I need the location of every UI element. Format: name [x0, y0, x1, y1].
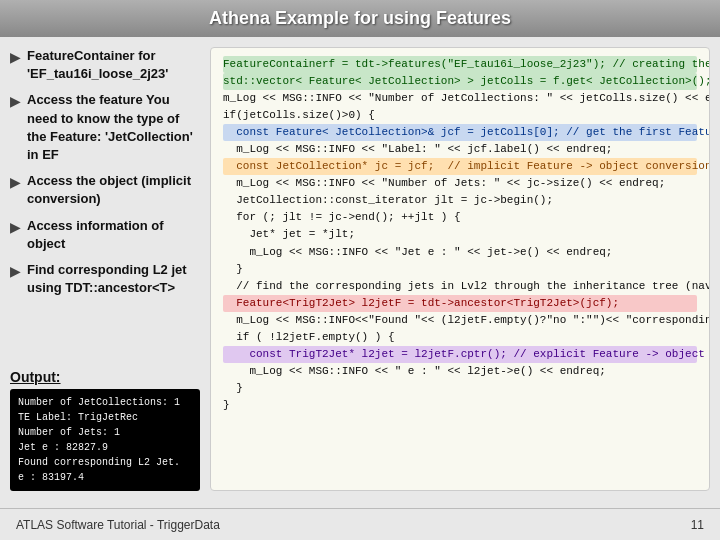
code-line: FeatureContainerf = tdt->features("EF_ta…	[223, 56, 697, 73]
title-bar: Athena Example for using Features	[0, 0, 720, 37]
code-line: const JetCollection* jc = jcf; // implic…	[223, 158, 697, 175]
code-line: const Feature< JetCollection>& jcf = jet…	[223, 124, 697, 141]
code-line: Feature<TrigT2Jet> l2jetF = tdt->ancesto…	[223, 295, 697, 312]
code-line: m_Log << MSG::INFO << " e : " << l2jet->…	[223, 363, 697, 380]
code-line: // find the corresponding jets in Lvl2 t…	[223, 278, 697, 295]
arrow-icon-4: ▶	[10, 219, 21, 235]
section-text-4: Access information of object	[27, 217, 200, 253]
code-line: m_Log << MSG::INFO << "Number of JetColl…	[223, 90, 697, 107]
left-section-access-object: ▶ Access the object (implicit conversion…	[10, 172, 200, 208]
section-text-1: FeatureContainer for 'EF_tau16i_loose_2j…	[27, 47, 200, 83]
page-title: Athena Example for using Features	[209, 8, 511, 28]
code-line: Jet* jet = *jlt;	[223, 226, 697, 243]
left-section-find-jet: ▶ Find corresponding L2 jet using TDT::a…	[10, 261, 200, 297]
code-line: std::vector< Feature< JetCollection> > j…	[223, 73, 697, 90]
arrow-icon-3: ▶	[10, 174, 21, 190]
code-line: const TrigT2Jet* l2jet = l2jetF.cptr(); …	[223, 346, 697, 363]
section-text-3: Access the object (implicit conversion)	[27, 172, 200, 208]
footer-right: 11	[691, 518, 704, 532]
left-items: ▶ FeatureContainer for 'EF_tau16i_loose_…	[10, 47, 200, 359]
arrow-icon-5: ▶	[10, 263, 21, 279]
left-section-feature-container: ▶ FeatureContainer for 'EF_tau16i_loose_…	[10, 47, 200, 83]
code-line: if ( !l2jetF.empty() ) {	[223, 329, 697, 346]
code-line: m_Log << MSG::INFO<<"Found "<< (l2jetF.e…	[223, 312, 697, 329]
output-line: Number of JetCollections: 1	[18, 395, 192, 410]
output-line: Number of Jets: 1	[18, 425, 192, 440]
code-line: m_Log << MSG::INFO << "Number of Jets: "…	[223, 175, 697, 192]
code-line: if(jetColls.size()>0) {	[223, 107, 697, 124]
code-line: m_Log << MSG::INFO << "Jet e : " << jet-…	[223, 244, 697, 261]
code-line: }	[223, 261, 697, 278]
output-section: Output: Number of JetCollections: 1TE La…	[10, 369, 200, 491]
footer: ATLAS Software Tutorial - TriggerData 11	[0, 508, 720, 540]
code-line: }	[223, 380, 697, 397]
left-panel: ▶ FeatureContainer for 'EF_tau16i_loose_…	[10, 47, 200, 491]
code-line: m_Log << MSG::INFO << "Label: " << jcf.l…	[223, 141, 697, 158]
left-section-access-feature: ▶ Access the feature You need to know th…	[10, 91, 200, 164]
output-box: Number of JetCollections: 1TE Label: Tri…	[10, 389, 200, 491]
footer-left: ATLAS Software Tutorial - TriggerData	[16, 518, 220, 532]
code-line: JetCollection::const_iterator jlt = jc->…	[223, 192, 697, 209]
output-label: Output:	[10, 369, 200, 385]
code-line: for (; jlt != jc->end(); ++jlt ) {	[223, 209, 697, 226]
code-line: }	[223, 397, 697, 414]
arrow-icon-1: ▶	[10, 49, 21, 65]
output-line: e : 83197.4	[18, 470, 192, 485]
output-line: Found corresponding L2 Jet.	[18, 455, 192, 470]
arrow-icon-2: ▶	[10, 93, 21, 109]
section-text-2: Access the feature You need to know the …	[27, 91, 200, 164]
output-line: Jet e : 82827.9	[18, 440, 192, 455]
section-text-5: Find corresponding L2 jet using TDT::anc…	[27, 261, 200, 297]
code-panel: FeatureContainerf = tdt->features("EF_ta…	[210, 47, 710, 491]
left-section-access-info: ▶ Access information of object	[10, 217, 200, 253]
output-line: TE Label: TrigJetRec	[18, 410, 192, 425]
